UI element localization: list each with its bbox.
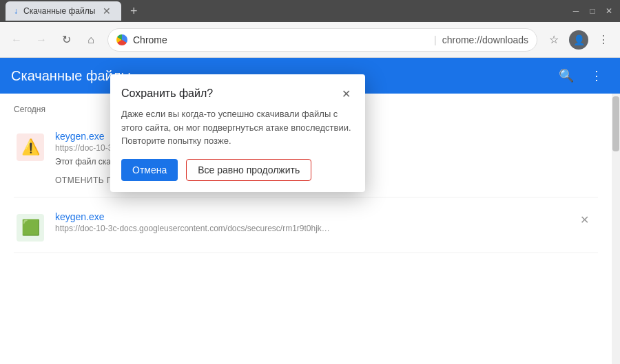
active-tab[interactable]: ↓ Скачанные файлы ✕ (6, 1, 121, 21)
modal-cancel-button[interactable]: Отмена (121, 159, 178, 181)
bookmark-button[interactable]: ☆ (543, 29, 565, 51)
profile-button[interactable]: 👤 (568, 29, 590, 51)
back-button[interactable]: ← (6, 29, 28, 51)
modal-continue-button[interactable]: Все равно продолжить (186, 159, 311, 181)
window-controls: ─ □ ✕ (570, 6, 614, 17)
minimize-button[interactable]: ─ (570, 6, 581, 17)
modal-close-button[interactable]: ✕ (338, 85, 354, 102)
modal-actions: Отмена Все равно продолжить (121, 159, 354, 181)
address-separator: | (434, 34, 437, 45)
forward-button[interactable]: → (30, 29, 52, 51)
modal-title: Сохранить файл? (121, 87, 213, 100)
tab-close-button[interactable]: ✕ (101, 5, 113, 17)
address-bar[interactable]: Chrome | chrome://downloads (107, 28, 537, 52)
tab-favicon: ↓ (14, 6, 18, 16)
maximize-button[interactable]: □ (587, 6, 598, 17)
save-file-modal: Сохранить файл? ✕ Даже если вы когда-то … (110, 74, 365, 192)
profile-avatar: 👤 (569, 30, 588, 50)
close-button[interactable]: ✕ (603, 6, 614, 17)
browser-logo (116, 34, 127, 45)
modal-overlay: Сохранить файл? ✕ Даже если вы когда-то … (0, 58, 620, 364)
modal-text: Даже если вы когда-то успешно скачивали … (121, 107, 354, 148)
nav-bar: ← → ↻ ⌂ Chrome | chrome://downloads ☆ 👤 … (0, 22, 620, 58)
modal-header: Сохранить файл? ✕ (110, 74, 365, 107)
title-bar: ↓ Скачанные файлы ✕ + ─ □ ✕ (0, 0, 620, 22)
title-bar-left: ↓ Скачанные файлы ✕ + (6, 1, 143, 21)
address-url: chrome://downloads (442, 34, 528, 45)
home-button[interactable]: ⌂ (80, 29, 102, 51)
page: Скачанные файлы 🔍 ⋮ Сегодня ⚠️ keygen.ex… (0, 58, 620, 364)
browser-menu-button[interactable]: ⋮ (592, 29, 614, 51)
browser-name: Chrome (133, 34, 428, 45)
new-tab-button[interactable]: + (124, 1, 143, 21)
tab-title: Скачанные файлы (23, 6, 95, 16)
modal-body: Даже если вы когда-то успешно скачивали … (110, 107, 365, 192)
refresh-button[interactable]: ↻ (55, 29, 77, 51)
